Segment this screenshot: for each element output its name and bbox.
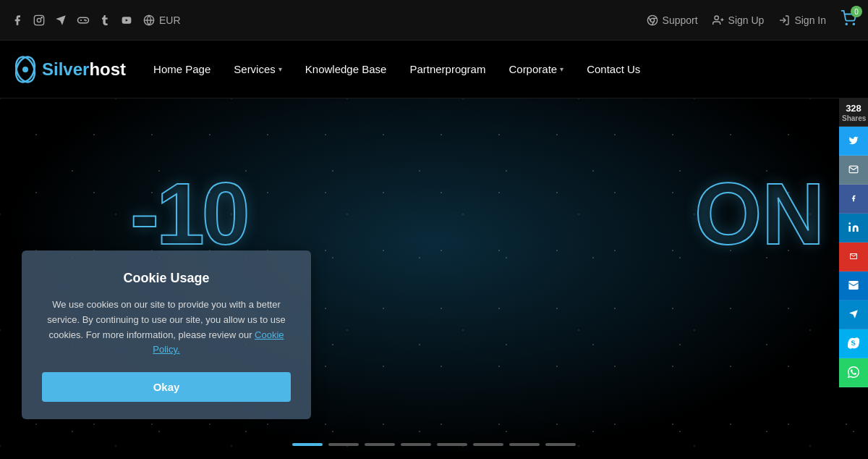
slider-dot-7[interactable]: [509, 443, 540, 446]
hero-text-right: ON: [694, 164, 825, 264]
nav-bar: Silverhost Home Page Services ▾ Knowledg…: [0, 41, 868, 98]
share-facebook-button[interactable]: [839, 185, 868, 214]
share-email-button[interactable]: [839, 156, 868, 185]
share-twitter-button[interactable]: [839, 127, 868, 156]
shares-label: Shares: [842, 114, 865, 123]
hero-section: -10 ON 328 Shares: [0, 98, 868, 459]
cookie-title: Cookie Usage: [42, 271, 291, 286]
instagram-icon[interactable]: [33, 14, 45, 26]
svg-rect-0: [34, 15, 43, 25]
share-panel: 328 Shares: [839, 98, 868, 387]
signin-label: Sign In: [794, 14, 826, 26]
facebook-icon[interactable]: [12, 14, 23, 26]
share-gmail-button[interactable]: [839, 243, 868, 271]
logo-text: Silverhost: [42, 59, 126, 80]
nav-item-home[interactable]: Home Page: [143, 57, 221, 81]
svg-point-7: [85, 20, 86, 21]
corporate-chevron-icon: ▾: [560, 65, 563, 73]
share-linkedin-button[interactable]: [839, 214, 868, 243]
currency-selector[interactable]: EUR: [143, 14, 181, 26]
gamepad-icon[interactable]: [77, 14, 90, 27]
slider-dots: [292, 443, 576, 446]
svg-point-6: [85, 20, 85, 20]
hero-text-left: -10: [130, 164, 247, 264]
nav-item-services[interactable]: Services ▾: [224, 57, 292, 81]
svg-rect-25: [848, 226, 851, 232]
cart-badge: 0: [851, 6, 862, 17]
svg-point-16: [715, 16, 718, 20]
support-link[interactable]: Support: [647, 14, 698, 26]
nav-items: Home Page Services ▾ Knowledge Base Part…: [143, 57, 856, 81]
share-telegram-button[interactable]: [839, 300, 868, 329]
svg-point-20: [846, 23, 847, 25]
cookie-ok-button[interactable]: Okay: [42, 372, 291, 402]
currency-label: EUR: [159, 14, 181, 26]
services-chevron-icon: ▾: [278, 65, 282, 73]
svg-rect-3: [78, 17, 89, 23]
slider-dot-1[interactable]: [292, 443, 323, 446]
slider-dot-6[interactable]: [473, 443, 503, 446]
share-skype-button[interactable]: [839, 329, 868, 358]
telegram-social-icon[interactable]: [55, 14, 67, 26]
logo[interactable]: Silverhost: [12, 56, 126, 83]
svg-point-2: [41, 17, 42, 17]
top-bar-right: Support Sign Up Sign In 0: [647, 10, 856, 30]
slider-dot-2[interactable]: [328, 443, 359, 446]
share-count: 328 Shares: [839, 98, 868, 127]
signup-label: Sign Up: [728, 14, 765, 26]
slider-dot-5[interactable]: [437, 443, 467, 446]
cart-button[interactable]: 0: [841, 10, 856, 30]
support-label: Support: [663, 14, 698, 26]
slider-dot-8[interactable]: [545, 443, 576, 446]
nav-item-knowledge[interactable]: Knowledge Base: [295, 57, 397, 81]
tumblr-icon[interactable]: [100, 14, 110, 26]
top-bar-left: EUR: [12, 14, 181, 27]
svg-point-24: [22, 67, 28, 72]
youtube-icon[interactable]: [120, 15, 133, 25]
signup-link[interactable]: Sign Up: [712, 14, 765, 26]
nav-item-partner[interactable]: Partnerprogram: [399, 57, 495, 81]
slider-dot-3[interactable]: [365, 443, 395, 446]
share-outlook-button[interactable]: [839, 271, 868, 300]
signin-link[interactable]: Sign In: [778, 14, 826, 26]
svg-point-1: [37, 18, 41, 22]
svg-point-26: [848, 222, 851, 224]
svg-point-21: [853, 23, 854, 25]
nav-item-contact[interactable]: Contact Us: [576, 57, 650, 81]
cookie-dialog: Cookie Usage We use cookies on our site …: [22, 250, 311, 419]
nav-item-corporate[interactable]: Corporate ▾: [498, 57, 574, 81]
cookie-body: We use cookies on our site to provide yo…: [42, 298, 291, 358]
share-number: 328: [842, 103, 865, 114]
share-whatsapp-button[interactable]: [839, 358, 868, 387]
slider-dot-4[interactable]: [401, 443, 431, 446]
top-bar: EUR Support Sign Up Sign In 0: [0, 0, 868, 41]
